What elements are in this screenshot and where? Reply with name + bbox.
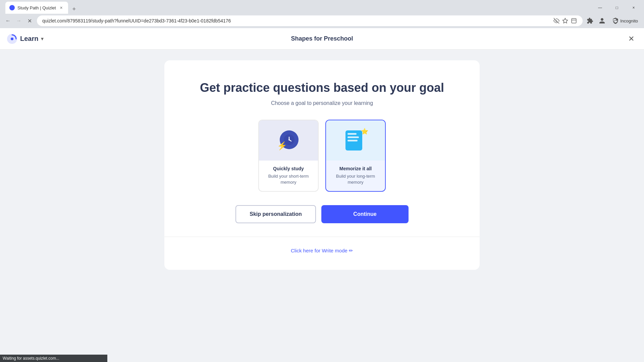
card-heading: Get practice questions based on your goa… <box>180 80 464 95</box>
memorize-all-option[interactable]: ⭐ Memorize it all Build your long-term m… <box>325 120 386 191</box>
eye-slash-icon[interactable] <box>553 17 560 24</box>
action-buttons: Skip personalization Continue <box>180 205 464 223</box>
extensions-button[interactable] <box>585 16 595 25</box>
tab-title: Study Path | Quizlet <box>17 5 56 10</box>
window-icon[interactable] <box>571 17 577 24</box>
reload-button[interactable]: ✕ <box>25 16 34 25</box>
doc-star-icon: ⭐ <box>361 128 368 135</box>
logo-area[interactable]: Learn ▾ <box>7 34 44 44</box>
svg-point-9 <box>288 139 290 140</box>
goal-selection-card: Get practice questions based on your goa… <box>164 60 480 270</box>
main-content: Get practice questions based on your goa… <box>0 50 644 362</box>
new-tab-button[interactable]: + <box>69 4 79 14</box>
memorize-icon-area: ⭐ <box>326 120 385 161</box>
tab-bar: Study Path | Quizlet × + <box>3 2 592 14</box>
profile-button[interactable] <box>597 16 607 25</box>
continue-button[interactable]: Continue <box>321 205 409 223</box>
close-window-button[interactable]: × <box>626 2 641 13</box>
status-bar: Waiting for assets.quizlet.com... <box>0 355 107 362</box>
divider <box>164 237 480 237</box>
quick-study-icon: ⚡ <box>278 130 299 150</box>
incognito-area[interactable]: Incognito <box>609 16 641 25</box>
url-text: quizlet.com/879583119/study-path?funnelU… <box>42 18 550 23</box>
svg-marker-1 <box>563 18 568 23</box>
maximize-button[interactable]: □ <box>609 2 625 13</box>
forward-button[interactable]: → <box>14 16 23 25</box>
quickly-study-desc: Build your short-term memory <box>264 173 313 185</box>
page-title: Shapes for Preschool <box>291 35 353 42</box>
status-text: Waiting for assets.quizlet.com... <box>3 356 59 361</box>
active-tab[interactable]: Study Path | Quizlet × <box>5 2 68 14</box>
tab-close-button[interactable]: × <box>59 5 64 10</box>
url-action-icons <box>553 17 577 24</box>
write-mode-section: Click here for Write mode ✏ <box>180 248 464 254</box>
close-page-button[interactable]: ✕ <box>625 33 637 45</box>
nav-buttons: ← → ✕ <box>3 16 34 25</box>
svg-rect-2 <box>572 18 576 23</box>
doc-line-3 <box>347 140 358 141</box>
memorize-doc-icon: ⭐ <box>345 130 366 150</box>
quickly-study-icon-area: ⚡ <box>259 120 318 161</box>
quickly-study-text: Quickly study Build your short-term memo… <box>259 161 318 191</box>
learn-label: Learn <box>20 35 38 43</box>
address-bar: ← → ✕ quizlet.com/879583119/study-path?f… <box>0 13 644 28</box>
quickly-study-title: Quickly study <box>264 166 313 171</box>
memorize-text: Memorize it all Build your long-term mem… <box>326 161 385 191</box>
goal-options: ⚡ Quickly study Build your short-term me… <box>180 120 464 191</box>
back-button[interactable]: ← <box>3 16 13 25</box>
doc-line-1 <box>347 133 357 135</box>
url-bar[interactable]: quizlet.com/879583119/study-path?funnelU… <box>37 15 583 26</box>
tab-favicon <box>9 5 15 10</box>
quizlet-logo-icon <box>7 34 17 44</box>
app-header: Learn ▾ Shapes for Preschool ✕ <box>0 28 644 50</box>
skip-personalization-button[interactable]: Skip personalization <box>235 205 316 223</box>
memorize-desc: Build your long-term memory <box>331 173 380 185</box>
browser-chrome: Study Path | Quizlet × + — □ × ← → ✕ qui… <box>0 0 644 28</box>
bookmark-icon[interactable] <box>562 17 569 24</box>
svg-point-5 <box>11 38 13 40</box>
write-mode-link[interactable]: Click here for Write mode ✏ <box>291 248 353 253</box>
doc-line-2 <box>347 136 359 138</box>
incognito-label: Incognito <box>620 18 638 23</box>
write-mode-text: Click here for Write mode <box>291 248 347 253</box>
card-subheading: Choose a goal to personalize your learni… <box>180 100 464 106</box>
quickly-study-option[interactable]: ⚡ Quickly study Build your short-term me… <box>258 120 319 191</box>
minimize-button[interactable]: — <box>592 2 608 13</box>
window-controls: — □ × <box>592 2 641 13</box>
browser-actions: Incognito <box>585 16 641 25</box>
lightning-icon: ⚡ <box>277 141 287 150</box>
learn-dropdown-icon[interactable]: ▾ <box>41 36 44 42</box>
doc-shape <box>345 130 362 150</box>
title-bar: Study Path | Quizlet × + — □ × <box>0 0 644 13</box>
write-mode-icon: ✏ <box>349 248 353 253</box>
memorize-title: Memorize it all <box>331 166 380 171</box>
